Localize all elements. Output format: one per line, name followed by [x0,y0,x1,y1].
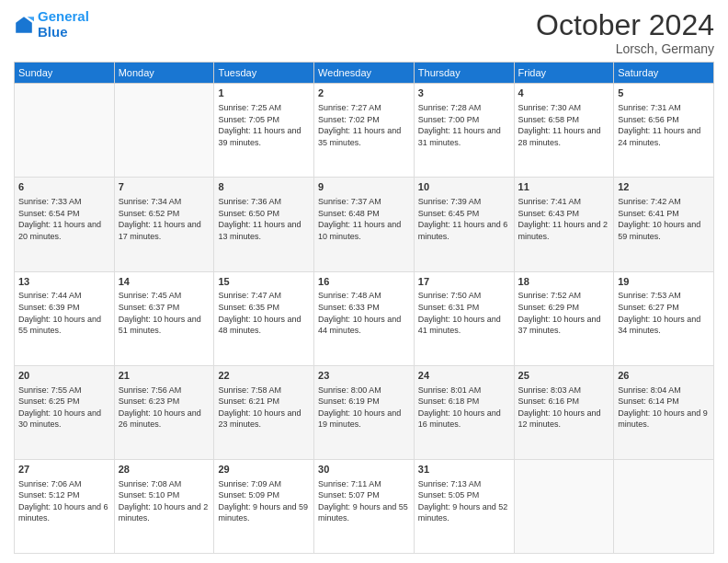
day-info: Sunrise: 8:03 AM Sunset: 6:16 PM Dayligh… [518,385,610,431]
day-number: 10 [418,180,510,194]
calendar: Sunday Monday Tuesday Wednesday Thursday… [14,62,714,554]
day-info: Sunrise: 7:13 AM Sunset: 5:05 PM Dayligh… [418,478,510,524]
table-row: 24Sunrise: 8:01 AM Sunset: 6:18 PM Dayli… [414,365,514,459]
table-row: 6Sunrise: 7:33 AM Sunset: 6:54 PM Daylig… [15,178,115,271]
day-number: 29 [218,463,310,477]
day-number: 17 [418,275,510,289]
table-row: 19Sunrise: 7:53 AM Sunset: 6:27 PM Dayli… [614,271,714,365]
table-row: 3Sunrise: 7:28 AM Sunset: 7:00 PM Daylig… [414,84,514,178]
table-row: 31Sunrise: 7:13 AM Sunset: 5:05 PM Dayli… [414,459,514,553]
col-sunday: Sunday [15,63,115,84]
col-tuesday: Tuesday [214,63,314,84]
table-row: 20Sunrise: 7:55 AM Sunset: 6:25 PM Dayli… [15,365,115,459]
table-row: 21Sunrise: 7:56 AM Sunset: 6:23 PM Dayli… [114,365,214,459]
logo-text: General Blue [38,9,89,40]
day-info: Sunrise: 7:34 AM Sunset: 6:52 PM Dayligh… [119,196,210,242]
calendar-header-row: Sunday Monday Tuesday Wednesday Thursday… [15,63,714,84]
day-info: Sunrise: 7:36 AM Sunset: 6:50 PM Dayligh… [218,196,310,242]
day-info: Sunrise: 7:11 AM Sunset: 5:07 PM Dayligh… [318,478,410,524]
table-row: 26Sunrise: 8:04 AM Sunset: 6:14 PM Dayli… [614,365,714,459]
table-row: 30Sunrise: 7:11 AM Sunset: 5:07 PM Dayli… [314,459,415,553]
day-info: Sunrise: 7:08 AM Sunset: 5:10 PM Dayligh… [119,478,210,524]
day-info: Sunrise: 7:41 AM Sunset: 6:43 PM Dayligh… [518,196,610,242]
day-info: Sunrise: 7:33 AM Sunset: 6:54 PM Dayligh… [18,196,110,242]
day-number: 24 [418,369,510,383]
day-info: Sunrise: 7:45 AM Sunset: 6:37 PM Dayligh… [119,290,210,336]
month-title: October 2024 [536,9,714,41]
day-number: 2 [318,86,410,100]
day-info: Sunrise: 7:47 AM Sunset: 6:35 PM Dayligh… [218,290,310,336]
day-info: Sunrise: 7:56 AM Sunset: 6:23 PM Dayligh… [119,385,210,431]
calendar-week-row: 6Sunrise: 7:33 AM Sunset: 6:54 PM Daylig… [15,178,714,271]
day-number: 14 [119,275,210,289]
day-number: 13 [18,275,110,289]
table-row: 9Sunrise: 7:37 AM Sunset: 6:48 PM Daylig… [314,178,415,271]
day-info: Sunrise: 8:04 AM Sunset: 6:14 PM Dayligh… [618,385,710,431]
table-row [614,459,714,553]
calendar-week-row: 1Sunrise: 7:25 AM Sunset: 7:05 PM Daylig… [15,84,714,178]
day-info: Sunrise: 7:37 AM Sunset: 6:48 PM Dayligh… [318,196,410,242]
calendar-week-row: 13Sunrise: 7:44 AM Sunset: 6:39 PM Dayli… [15,271,714,365]
day-number: 21 [119,369,210,383]
table-row [15,84,115,178]
day-number: 20 [18,369,110,383]
table-row: 12Sunrise: 7:42 AM Sunset: 6:41 PM Dayli… [614,178,714,271]
day-number: 15 [218,275,310,289]
table-row: 28Sunrise: 7:08 AM Sunset: 5:10 PM Dayli… [114,459,214,553]
table-row: 16Sunrise: 7:48 AM Sunset: 6:33 PM Dayli… [314,271,415,365]
header: General Blue October 2024 Lorsch, German… [14,9,714,56]
table-row: 7Sunrise: 7:34 AM Sunset: 6:52 PM Daylig… [114,178,214,271]
day-info: Sunrise: 7:58 AM Sunset: 6:21 PM Dayligh… [218,385,310,431]
day-number: 22 [218,369,310,383]
table-row: 27Sunrise: 7:06 AM Sunset: 5:12 PM Dayli… [15,459,115,553]
table-row: 18Sunrise: 7:52 AM Sunset: 6:29 PM Dayli… [514,271,614,365]
calendar-week-row: 27Sunrise: 7:06 AM Sunset: 5:12 PM Dayli… [15,459,714,553]
col-monday: Monday [114,63,214,84]
day-number: 27 [18,463,110,477]
day-number: 25 [518,369,610,383]
col-wednesday: Wednesday [314,63,415,84]
day-info: Sunrise: 7:30 AM Sunset: 6:58 PM Dayligh… [518,102,610,148]
table-row [514,459,614,553]
table-row: 5Sunrise: 7:31 AM Sunset: 6:56 PM Daylig… [614,84,714,178]
day-number: 30 [318,463,410,477]
day-number: 3 [418,86,510,100]
day-info: Sunrise: 8:00 AM Sunset: 6:19 PM Dayligh… [318,385,410,431]
title-block: October 2024 Lorsch, Germany [536,9,714,56]
day-number: 8 [218,180,310,194]
day-number: 1 [218,86,310,100]
table-row [114,84,214,178]
table-row: 14Sunrise: 7:45 AM Sunset: 6:37 PM Dayli… [114,271,214,365]
col-thursday: Thursday [414,63,514,84]
day-number: 23 [318,369,410,383]
table-row: 17Sunrise: 7:50 AM Sunset: 6:31 PM Dayli… [414,271,514,365]
logo: General Blue [14,9,89,40]
logo-general: General [38,8,89,24]
svg-marker-0 [16,17,32,33]
day-info: Sunrise: 7:50 AM Sunset: 6:31 PM Dayligh… [418,290,510,336]
day-number: 5 [618,86,710,100]
table-row: 11Sunrise: 7:41 AM Sunset: 6:43 PM Dayli… [514,178,614,271]
day-info: Sunrise: 8:01 AM Sunset: 6:18 PM Dayligh… [418,385,510,431]
day-info: Sunrise: 7:55 AM Sunset: 6:25 PM Dayligh… [18,385,110,431]
day-info: Sunrise: 7:09 AM Sunset: 5:09 PM Dayligh… [218,478,310,524]
day-number: 6 [18,180,110,194]
table-row: 23Sunrise: 8:00 AM Sunset: 6:19 PM Dayli… [314,365,415,459]
table-row: 25Sunrise: 8:03 AM Sunset: 6:16 PM Dayli… [514,365,614,459]
col-friday: Friday [514,63,614,84]
calendar-week-row: 20Sunrise: 7:55 AM Sunset: 6:25 PM Dayli… [15,365,714,459]
table-row: 15Sunrise: 7:47 AM Sunset: 6:35 PM Dayli… [214,271,314,365]
day-info: Sunrise: 7:28 AM Sunset: 7:00 PM Dayligh… [418,102,510,148]
day-info: Sunrise: 7:52 AM Sunset: 6:29 PM Dayligh… [518,290,610,336]
day-number: 11 [518,180,610,194]
day-number: 12 [618,180,710,194]
day-number: 31 [418,463,510,477]
logo-blue: Blue [38,24,68,40]
table-row: 22Sunrise: 7:58 AM Sunset: 6:21 PM Dayli… [214,365,314,459]
table-row: 1Sunrise: 7:25 AM Sunset: 7:05 PM Daylig… [214,84,314,178]
table-row: 13Sunrise: 7:44 AM Sunset: 6:39 PM Dayli… [15,271,115,365]
day-info: Sunrise: 7:44 AM Sunset: 6:39 PM Dayligh… [18,290,110,336]
day-info: Sunrise: 7:53 AM Sunset: 6:27 PM Dayligh… [618,290,710,336]
day-number: 28 [119,463,210,477]
col-saturday: Saturday [614,63,714,84]
